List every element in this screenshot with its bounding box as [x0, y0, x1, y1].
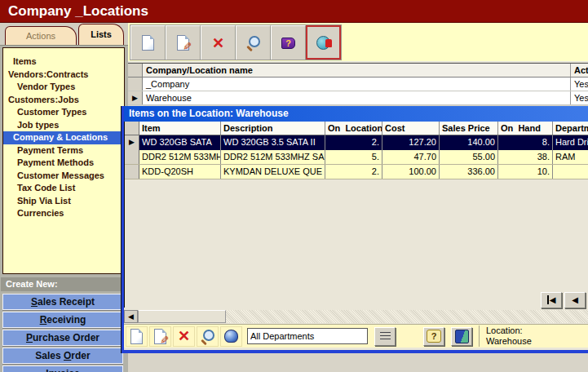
tab-lists[interactable]: Lists — [78, 24, 124, 45]
table-row-selected[interactable]: ▶ WD 320GB SATA WD 320GB 3.5 SATA II 2. … — [125, 135, 588, 150]
list-select-icon — [380, 332, 391, 341]
edit-item-button[interactable] — [149, 326, 171, 347]
find-item-button[interactable] — [197, 326, 219, 347]
sidebar-item-vendor-types[interactable]: Vendor Types — [3, 81, 124, 94]
help-button[interactable] — [271, 25, 306, 60]
on-hand-cell: 8. — [498, 135, 553, 150]
delete-button[interactable]: ✕ — [201, 25, 236, 60]
department-filter-input[interactable] — [247, 328, 368, 344]
department-cell: Hard Drive — [553, 135, 588, 150]
sidebar-item-customers-jobs[interactable]: Customers:Jobs — [3, 94, 124, 107]
sidebar-item-customer-messages[interactable]: Customer Messages — [3, 170, 124, 183]
delete-record-icon: ✕ — [212, 36, 224, 51]
record-navigator: ◀ ◀ — [541, 292, 586, 308]
items-on-location-dialog: Items on the Location: Warehouse Item De… — [122, 106, 588, 353]
purchase-order-button[interactable]: Purchase Order — [2, 330, 123, 346]
dialog-help-button[interactable] — [423, 327, 444, 346]
find-button[interactable] — [236, 25, 271, 60]
companies-header-row: Company/Location name Active — [128, 64, 588, 78]
table-row[interactable]: KDD-Q20SH KYMDAN DELUXE QUE 2. 100.00 33… — [125, 165, 588, 179]
dialog-toolbar: ✕ Location: Warehouse — [124, 324, 588, 348]
label-post: urchase Order — [33, 332, 99, 343]
company-name-cell: _Company — [143, 78, 571, 91]
first-record-button[interactable]: ◀ — [541, 292, 562, 308]
description-cell: WD 320GB 3.5 SATA II — [221, 135, 325, 150]
sidebar-tab-row: Actions Lists — [0, 23, 128, 46]
select-department-button[interactable] — [374, 327, 396, 346]
previous-record-glyph: ◀ — [572, 295, 578, 304]
accel-key: O — [64, 350, 71, 361]
on-location-column-header[interactable]: On Location — [325, 122, 382, 135]
label-post: rder — [71, 350, 90, 361]
edit-button[interactable] — [166, 25, 201, 60]
department-cell: RAM — [553, 150, 588, 164]
sidebar-item-vendors-contracts[interactable]: Vendors:Contracts — [3, 69, 124, 82]
sidebar-item-job-types[interactable]: Job types — [3, 119, 124, 132]
sidebar-item-items[interactable]: Items — [3, 55, 124, 69]
receiving-button[interactable]: Receiving — [2, 312, 123, 328]
scrollbar-track[interactable] — [226, 310, 588, 323]
active-cell: Yes — [571, 78, 588, 91]
edit-record-icon — [177, 35, 189, 51]
items-grid: Item Description On Location Cost Sales … — [124, 122, 588, 308]
dialog-title-bar[interactable]: Items on the Location: Warehouse — [124, 106, 588, 122]
on-hand-cell: 38. — [498, 150, 553, 164]
table-row[interactable]: DDR2 512M 533MHZ DDR2 512M 533MHZ SA 5. … — [125, 150, 588, 165]
toolbar-button-group: ✕ — [130, 24, 342, 60]
label-post: eceiving — [46, 314, 86, 326]
item-cell: KDD-Q20SH — [139, 165, 221, 179]
cost-cell: 127.20 — [382, 135, 440, 150]
items-header-row: Item Description On Location Cost Sales … — [125, 122, 588, 135]
scrollbar-thumb[interactable] — [138, 310, 226, 323]
department-globe-icon — [224, 330, 238, 343]
on-location-cell: 5. — [325, 150, 382, 164]
on-hand-cell: 10. — [498, 165, 553, 179]
sidebar-item-ship-via-list[interactable]: Ship Via List — [3, 195, 124, 208]
tab-actions[interactable]: Actions — [5, 26, 77, 45]
sidebar-item-payment-methods[interactable]: Payment Methods — [3, 157, 124, 170]
company-name-column-header[interactable]: Company/Location name — [143, 64, 571, 77]
delete-item-button[interactable]: ✕ — [173, 326, 195, 347]
create-new-buttons: Sales Receipt Receiving Purchase Order S… — [0, 294, 128, 372]
active-column-header[interactable]: Active — [571, 64, 588, 77]
table-row[interactable]: ▶ Warehouse Yes — [128, 91, 588, 105]
sales-order-button[interactable]: Sales Order — [2, 348, 123, 364]
close-dialog-button[interactable] — [451, 327, 472, 346]
description-cell: KYMDAN DELUXE QUE — [221, 165, 325, 179]
on-location-cell: 2. — [325, 165, 382, 179]
sidebar-item-tax-code-list[interactable]: Tax Code List — [3, 182, 124, 195]
scroll-left-button[interactable]: ◀ — [124, 310, 138, 323]
cost-cell: 100.00 — [382, 165, 440, 179]
new-item-button[interactable] — [126, 326, 148, 347]
help-bubble-icon — [427, 330, 441, 343]
row-indicator-header — [128, 64, 143, 77]
cost-cell: 47.70 — [382, 150, 440, 164]
invoice-button[interactable]: Invoice — [2, 365, 123, 372]
active-cell: Yes — [571, 91, 588, 104]
label-post: ales Receipt — [38, 296, 95, 308]
sidebar-item-company-locations[interactable]: Company & Locations — [3, 131, 124, 144]
new-document-icon — [130, 329, 143, 344]
location-label: Location: — [486, 326, 532, 336]
on-location-cell: 2. — [325, 135, 382, 150]
sidebar-item-payment-terms[interactable]: Payment Terms — [3, 144, 124, 157]
sidebar: Actions Lists Items Vendors:Contracts Ve… — [0, 23, 128, 372]
edit-record-icon — [154, 329, 166, 344]
label-pre: Sales — [35, 350, 64, 361]
table-row[interactable]: _Company Yes — [128, 78, 588, 91]
sales-price-cell: 140.00 — [440, 135, 498, 150]
sidebar-item-customer-types[interactable]: Customer Types — [3, 106, 124, 119]
sidebar-item-currencies[interactable]: Currencies — [3, 207, 124, 220]
item-column-header[interactable]: Item — [139, 122, 221, 135]
previous-record-button[interactable]: ◀ — [564, 292, 586, 308]
description-column-header[interactable]: Description — [221, 122, 325, 135]
cost-column-header[interactable]: Cost — [382, 122, 440, 135]
new-button[interactable] — [130, 25, 166, 60]
on-hand-column-header[interactable]: On Hand — [498, 122, 553, 135]
accel-key: R — [40, 314, 47, 326]
items-on-location-button[interactable] — [306, 25, 341, 60]
department-column-header[interactable]: Department — [553, 122, 588, 135]
department-filter-button[interactable] — [220, 326, 242, 347]
sales-receipt-button[interactable]: Sales Receipt — [2, 294, 123, 310]
sales-price-column-header[interactable]: Sales Price — [440, 122, 498, 135]
